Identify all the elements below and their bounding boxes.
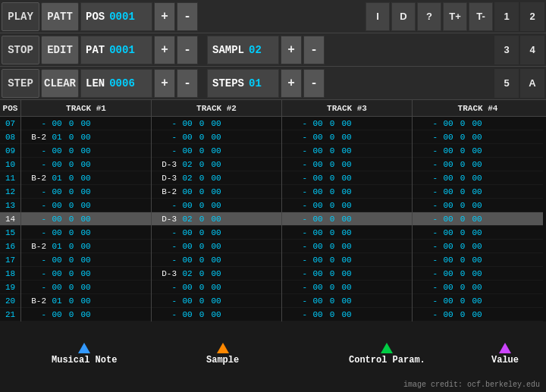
table-row[interactable]: -00000	[413, 144, 543, 158]
pos-cell[interactable]: 10	[0, 158, 20, 171]
table-row[interactable]: -00000	[21, 267, 151, 281]
table-row[interactable]: -00000	[152, 130, 281, 144]
table-row[interactable]: -00000	[152, 199, 281, 212]
table-row[interactable]: B-201000	[21, 240, 151, 253]
table-row[interactable]: -00000	[282, 171, 412, 185]
pat-plus[interactable]: +	[154, 36, 175, 64]
btn-2[interactable]: 2	[520, 2, 544, 31]
table-row[interactable]: -00000	[282, 199, 412, 212]
table-row[interactable]: -00000	[413, 281, 543, 294]
sampl-plus[interactable]: +	[281, 36, 302, 64]
table-row[interactable]: -00000	[21, 158, 151, 171]
table-row[interactable]: B-201000	[21, 130, 151, 144]
btn-Q[interactable]: ?	[417, 2, 441, 31]
table-row[interactable]: -00000	[282, 185, 412, 199]
sampl-minus[interactable]: -	[303, 36, 325, 64]
table-row[interactable]: -00000	[21, 253, 151, 267]
table-row[interactable]: D-302000	[152, 212, 281, 226]
pos-cell[interactable]: 12	[0, 185, 20, 199]
table-row[interactable]: -00000	[152, 117, 281, 130]
table-row[interactable]: -00000	[152, 226, 281, 240]
table-row[interactable]: -00000	[21, 281, 151, 294]
table-row[interactable]: B-201000	[21, 171, 151, 185]
table-row[interactable]: -00000	[413, 253, 543, 267]
btn-4[interactable]: 4	[520, 36, 544, 64]
table-row[interactable]: -00000	[152, 240, 281, 253]
play-button[interactable]: PLAY	[2, 2, 39, 31]
table-row[interactable]: -00000	[413, 117, 543, 130]
table-row[interactable]: D-302000	[152, 171, 281, 185]
pos-minus[interactable]: -	[177, 2, 198, 31]
pat-minus[interactable]: -	[177, 36, 198, 64]
table-row[interactable]: -00000	[413, 240, 543, 253]
table-row[interactable]: -00000	[282, 117, 412, 130]
table-row[interactable]: -00000	[413, 199, 543, 212]
table-row[interactable]: -00000	[413, 308, 543, 321]
pos-cell[interactable]: 20	[0, 294, 20, 308]
btn-I[interactable]: I	[366, 2, 390, 31]
pos-cell[interactable]: 21	[0, 308, 20, 321]
table-row[interactable]: -00000	[413, 294, 543, 308]
len-plus[interactable]: +	[154, 69, 175, 98]
table-row[interactable]: -00000	[282, 158, 412, 171]
table-row[interactable]: -00000	[413, 212, 543, 226]
pos-cell[interactable]: 15	[0, 226, 20, 240]
btn-D[interactable]: D	[391, 2, 416, 31]
table-row[interactable]: -00000	[152, 308, 281, 321]
btn-5[interactable]: 5	[494, 69, 519, 98]
table-row[interactable]: -00000	[413, 185, 543, 199]
table-row[interactable]: -00000	[282, 144, 412, 158]
table-row[interactable]: -00000	[152, 144, 281, 158]
btn-3[interactable]: 3	[494, 36, 519, 64]
table-row[interactable]: -00000	[21, 117, 151, 130]
table-row[interactable]: -00000	[413, 130, 543, 144]
table-row[interactable]: -00000	[282, 253, 412, 267]
pos-cell[interactable]: 18	[0, 267, 20, 281]
step-button[interactable]: STEP	[2, 69, 39, 98]
table-row[interactable]: D-302000	[152, 267, 281, 281]
pos-cell[interactable]: 09	[0, 144, 20, 158]
pos-cell[interactable]: 11	[0, 171, 20, 185]
table-row[interactable]: -00000	[282, 226, 412, 240]
table-row[interactable]: -00000	[282, 212, 412, 226]
table-row[interactable]: -00000	[282, 281, 412, 294]
table-row[interactable]: -00000	[413, 171, 543, 185]
table-row[interactable]: -00000	[282, 294, 412, 308]
table-row[interactable]: -00000	[152, 294, 281, 308]
table-row[interactable]: -00000	[21, 212, 151, 226]
pos-cell[interactable]: 13	[0, 199, 20, 212]
table-row[interactable]: -00000	[282, 130, 412, 144]
table-row[interactable]: -00000	[282, 240, 412, 253]
steps-minus[interactable]: -	[303, 69, 325, 98]
table-row[interactable]: -00000	[152, 253, 281, 267]
pos-cell[interactable]: 19	[0, 281, 20, 294]
edit-button[interactable]: EDIT	[41, 36, 79, 64]
table-row[interactable]: -00000	[282, 267, 412, 281]
table-row[interactable]: -00000	[282, 308, 412, 321]
btn-Tminus[interactable]: T-	[469, 2, 493, 31]
table-row[interactable]: -00000	[21, 199, 151, 212]
btn-A[interactable]: A	[520, 69, 544, 98]
table-row[interactable]: -00000	[21, 185, 151, 199]
table-row[interactable]: -00000	[152, 281, 281, 294]
pos-plus[interactable]: +	[154, 2, 175, 31]
pos-cell[interactable]: 17	[0, 253, 20, 267]
table-row[interactable]: -00000	[21, 226, 151, 240]
table-row[interactable]: B-200000	[152, 185, 281, 199]
table-row[interactable]: -00000	[413, 158, 543, 171]
pos-cell[interactable]: 07	[0, 117, 20, 130]
table-row[interactable]: B-201000	[21, 294, 151, 308]
stop-button[interactable]: STOP	[2, 36, 39, 64]
len-minus[interactable]: -	[177, 69, 198, 98]
patt-button[interactable]: PATT	[41, 2, 79, 31]
steps-plus[interactable]: +	[281, 69, 302, 98]
table-row[interactable]: -00000	[413, 226, 543, 240]
btn-1[interactable]: 1	[494, 2, 519, 31]
clear-button[interactable]: CLEAR	[41, 69, 79, 98]
pos-cell[interactable]: 08	[0, 130, 20, 144]
table-row[interactable]: -00000	[413, 267, 543, 281]
table-row[interactable]: -00000	[21, 308, 151, 321]
pos-cell[interactable]: 16	[0, 240, 20, 253]
pos-cell[interactable]: 14	[0, 212, 20, 226]
btn-Tplus[interactable]: T+	[443, 2, 467, 31]
